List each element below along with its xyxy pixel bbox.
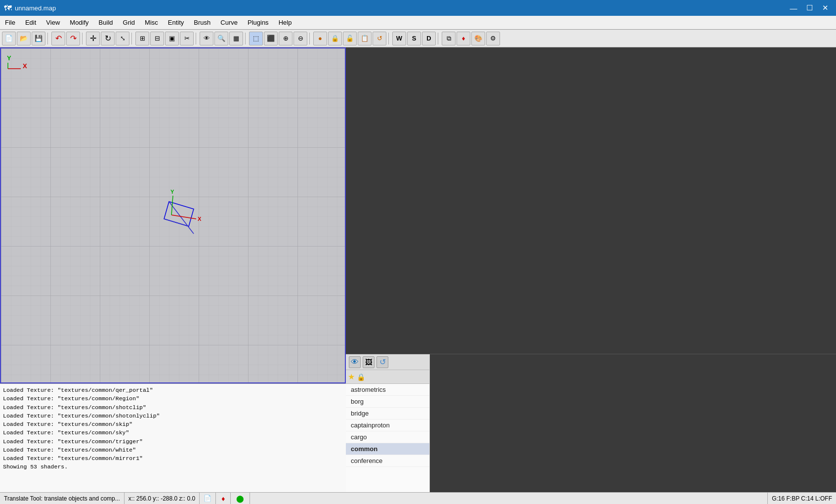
redo-button[interactable]: ↷ xyxy=(66,32,80,45)
deselect-button[interactable]: ⬛ xyxy=(264,32,278,45)
entity-list-button[interactable]: 📋 xyxy=(358,32,372,45)
tool-status-text: Translate Tool: translate objects and co… xyxy=(4,495,120,502)
console-line-6: Loaded Texture: "textures/common/sky" xyxy=(3,428,343,437)
lock-icon[interactable]: 🔒 xyxy=(357,373,365,381)
menu-build[interactable]: Build xyxy=(94,17,118,28)
undo-button[interactable]: ↶ xyxy=(51,32,65,45)
texture-item-astrometrics[interactable]: astrometrics xyxy=(346,384,429,396)
hollow-button[interactable]: ▣ xyxy=(165,32,179,45)
console-line-4: Loaded Texture: "textures/common/shotonl… xyxy=(3,412,343,420)
s-button[interactable]: S xyxy=(407,32,421,45)
status-bar: Translate Tool: translate objects and co… xyxy=(0,492,836,504)
favorites-star-icon[interactable]: ★ xyxy=(348,372,355,381)
texture-button[interactable]: ♦ xyxy=(457,32,470,45)
toolbar-sep-8 xyxy=(438,33,440,44)
texture-area: 👁 🖼 ↺ ★ 🔒 astrometrics borg bridge capta… xyxy=(346,354,836,492)
status-icon-doc: 📄 xyxy=(200,493,216,504)
scale-button[interactable]: ⤡ xyxy=(116,32,129,45)
toolbar-sep-5 xyxy=(245,33,247,44)
translate-button[interactable]: ✛ xyxy=(86,32,100,45)
texture-item-bridge[interactable]: bridge xyxy=(346,408,429,420)
texture-filter-row: ★ 🔒 xyxy=(346,370,429,384)
settings-button[interactable]: ⚙ xyxy=(486,32,500,45)
status-icon-red: ♦ xyxy=(216,493,231,504)
texture-list[interactable]: astrometrics borg bridge captainproton c… xyxy=(346,384,429,492)
menu-edit[interactable]: Edit xyxy=(20,17,41,28)
console-line-3: Loaded Texture: "textures/common/shotcli… xyxy=(3,403,343,412)
app-icon: 🗺 xyxy=(4,4,12,12)
group-button[interactable]: ⊖ xyxy=(293,32,307,45)
status-grid-text: G:16 F:BP C:14 L:OFF xyxy=(768,493,836,504)
open-file-button[interactable]: 📂 xyxy=(17,32,31,45)
right-panel: 👁 🖼 ↺ ★ 🔒 astrometrics borg bridge capta… xyxy=(346,47,836,492)
green-dot-icon: ⬤ xyxy=(236,495,244,503)
menu-bar: File Edit View Modify Build Grid Misc En… xyxy=(0,16,836,30)
doc-icon: 📄 xyxy=(204,495,211,502)
lock-button[interactable]: 🔒 xyxy=(328,32,342,45)
texture-refresh-btn[interactable]: ↺ xyxy=(376,356,388,368)
y-axis-label: Y xyxy=(7,54,27,62)
viewport-2d[interactable]: X Y Y X xyxy=(0,47,346,383)
console-line-1: Loaded Texture: "textures/common/qer_por… xyxy=(3,386,343,394)
status-icon-green: ⬤ xyxy=(231,493,250,504)
brush-prims-button[interactable]: ⊞ xyxy=(135,32,149,45)
grid-svg: X Y xyxy=(1,48,345,382)
surface-inspect-button[interactable]: ▦ xyxy=(229,32,243,45)
texture-item-conference[interactable]: conference xyxy=(346,455,429,467)
texture-item-captainproton[interactable]: captainproton xyxy=(346,420,429,431)
menu-view[interactable]: View xyxy=(41,17,65,28)
maximize-button[interactable]: ☐ xyxy=(802,1,816,15)
select-button[interactable]: ⬚ xyxy=(249,32,263,45)
texture-item-common[interactable]: common xyxy=(346,443,429,455)
refresh-button[interactable]: ↺ xyxy=(373,32,386,45)
texture-toolbar: 👁 🖼 ↺ xyxy=(346,354,429,370)
menu-brush[interactable]: Brush xyxy=(189,17,215,28)
toolbar-sep-4 xyxy=(196,33,198,44)
viewport-3d[interactable] xyxy=(346,47,836,354)
entity-inspect-button[interactable]: 🔍 xyxy=(214,32,228,45)
close-button[interactable]: ✕ xyxy=(818,1,832,15)
left-panel: X Y Y X Loaded Texture: "textures/commo xyxy=(0,47,346,492)
status-tool: Translate Tool: translate objects and co… xyxy=(0,493,125,504)
connect-button[interactable]: ⊕ xyxy=(279,32,293,45)
menu-modify[interactable]: Modify xyxy=(65,17,93,28)
toolbar-sep-1 xyxy=(47,33,49,44)
svg-text:Y: Y xyxy=(170,189,174,195)
texture-item-cargo[interactable]: cargo xyxy=(346,431,429,443)
texture-sidebar: 👁 🖼 ↺ ★ 🔒 astrometrics borg bridge capta… xyxy=(346,354,430,492)
menu-grid[interactable]: Grid xyxy=(118,17,140,28)
d-button[interactable]: D xyxy=(422,32,436,45)
cam-view-button[interactable]: 👁 xyxy=(200,32,213,45)
menu-help[interactable]: Help xyxy=(274,17,297,28)
toolbar: 📄 📂 💾 ↶ ↷ ✛ ↻ ⤡ ⊞ ⊟ ▣ ✂ 👁 🔍 ▦ ⬚ ⬛ ⊕ ⊖ ● … xyxy=(0,30,836,47)
minimize-button[interactable]: — xyxy=(787,1,800,15)
console-line-2: Loaded Texture: "textures/common/Region" xyxy=(3,394,343,403)
w-button[interactable]: W xyxy=(392,32,406,45)
texture-item-borg[interactable]: borg xyxy=(346,396,429,408)
clip-button[interactable]: ✂ xyxy=(180,32,194,45)
new-file-button[interactable]: 📄 xyxy=(2,32,16,45)
texture-preview[interactable] xyxy=(430,354,836,492)
unlock-button[interactable]: 🔓 xyxy=(343,32,357,45)
menu-misc[interactable]: Misc xyxy=(140,17,163,28)
status-grid-info xyxy=(250,493,768,504)
save-file-button[interactable]: 💾 xyxy=(32,32,45,45)
sphere-button[interactable]: ● xyxy=(313,32,327,45)
console-line-7: Loaded Texture: "textures/common/trigger… xyxy=(3,437,343,446)
texture-reload-btn[interactable]: 🖼 xyxy=(363,356,375,368)
menu-entity[interactable]: Entity xyxy=(163,17,189,28)
console-area[interactable]: Loaded Texture: "textures/common/qer_por… xyxy=(0,383,346,492)
toolbar-sep-7 xyxy=(388,33,390,44)
toolbar-sep-2 xyxy=(82,33,84,44)
menu-curve[interactable]: Curve xyxy=(215,17,243,28)
rotate-button[interactable]: ↻ xyxy=(101,32,115,45)
x-axis-label: X xyxy=(23,62,27,70)
texture-mode-btn[interactable]: 👁 xyxy=(349,356,361,368)
csg-button[interactable]: ⊟ xyxy=(150,32,164,45)
render-button[interactable]: 🎨 xyxy=(471,32,485,45)
menu-plugins[interactable]: Plugins xyxy=(243,17,274,28)
layer-button[interactable]: ⧉ xyxy=(442,32,456,45)
console-line-9: Loaded Texture: "textures/common/mirror1… xyxy=(3,454,343,462)
red-diamond-icon: ♦ xyxy=(221,495,225,503)
menu-file[interactable]: File xyxy=(0,17,20,28)
